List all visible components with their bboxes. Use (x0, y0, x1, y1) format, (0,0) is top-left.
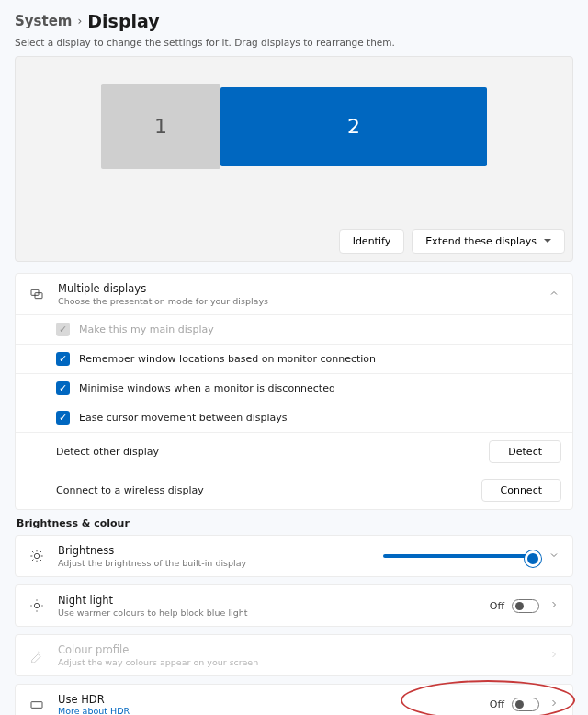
page-subtitle: Select a display to change the settings … (15, 37, 573, 48)
svg-point-2 (34, 553, 39, 558)
colour-profile-icon (27, 648, 47, 663)
night-light-title: Night light (58, 594, 479, 607)
night-light-desc: Use warmer colours to help block blue li… (58, 607, 479, 618)
hdr-title: Use HDR (58, 693, 479, 706)
detect-display-label: Detect other display (56, 446, 159, 458)
monitor-2[interactable]: 2 (220, 87, 487, 166)
night-light-more[interactable] (547, 599, 561, 613)
night-light-state: Off (490, 600, 504, 612)
svg-line-7 (32, 551, 33, 552)
remember-locations-label: Remember window locations based on monit… (79, 353, 376, 365)
brightness-title: Brightness (58, 544, 372, 557)
wireless-display-label: Connect to a wireless display (56, 484, 204, 496)
page-title: Display (87, 11, 159, 31)
multiple-displays-title: Multiple displays (58, 282, 536, 295)
minimise-windows-row[interactable]: Minimise windows when a monitor is disco… (16, 373, 572, 403)
night-light-toggle[interactable] (512, 599, 539, 613)
minimise-windows-label: Minimise windows when a monitor is disco… (79, 382, 335, 394)
connect-button[interactable]: Connect (481, 479, 561, 502)
breadcrumb: System › Display (15, 11, 573, 31)
ease-cursor-row[interactable]: Ease cursor movement between displays (16, 403, 572, 432)
ease-cursor-label: Ease cursor movement between displays (79, 412, 288, 424)
sun-icon (27, 549, 47, 563)
hdr-icon (27, 698, 47, 712)
identify-button[interactable]: Identify (339, 229, 405, 254)
make-main-display-row: Make this my main display (16, 315, 572, 344)
minimise-windows-checkbox[interactable] (56, 381, 70, 395)
brightness-expand[interactable] (547, 550, 561, 563)
make-main-display-label: Make this my main display (79, 323, 214, 335)
svg-line-10 (40, 551, 41, 552)
chevron-right-icon: › (77, 15, 82, 28)
remember-locations-row[interactable]: Remember window locations based on monit… (16, 344, 572, 373)
monitor-1[interactable]: 1 (101, 84, 220, 169)
colour-profile-title: Colour profile (58, 643, 536, 656)
brightness-slider[interactable] (383, 554, 539, 558)
wireless-display-row: Connect to a wireless display Connect (16, 471, 572, 509)
hdr-state: Off (490, 698, 504, 710)
colour-profile-more (547, 649, 561, 663)
hdr-toggle[interactable] (512, 698, 539, 711)
svg-line-9 (32, 560, 33, 561)
projection-mode-dropdown[interactable]: Extend these displays (412, 229, 565, 254)
night-light-icon (27, 598, 47, 613)
multiple-displays-desc: Choose the presentation mode for your di… (58, 296, 536, 306)
colour-profile-card: Colour profile Adjust the way colours ap… (15, 634, 573, 676)
multiple-displays-card: Multiple displays Choose the presentatio… (15, 273, 573, 510)
remember-locations-checkbox[interactable] (56, 352, 70, 366)
section-brightness-colour: Brightness & colour (17, 517, 573, 529)
multiple-displays-icon (27, 287, 47, 301)
colour-profile-desc: Adjust the way colours appear on your sc… (58, 657, 536, 667)
hdr-more[interactable] (547, 698, 561, 711)
svg-rect-12 (31, 701, 42, 708)
night-light-card: Night light Use warmer colours to help b… (15, 584, 573, 627)
svg-line-8 (40, 560, 41, 561)
hdr-card: Use HDR More about HDR Off (15, 684, 573, 715)
breadcrumb-parent[interactable]: System (15, 13, 72, 29)
detect-button[interactable]: Detect (489, 440, 561, 463)
make-main-display-checkbox (56, 323, 70, 336)
svg-point-11 (34, 603, 39, 607)
multiple-displays-collapse[interactable] (547, 288, 561, 301)
display-arrangement-panel: 1 2 Identify Extend these displays (15, 56, 573, 262)
hdr-more-link[interactable]: More about HDR (58, 706, 479, 715)
monitor-canvas[interactable]: 1 2 (23, 64, 565, 188)
detect-display-row: Detect other display Detect (16, 432, 572, 471)
ease-cursor-checkbox[interactable] (56, 411, 70, 425)
brightness-card: Brightness Adjust the brightness of the … (15, 535, 573, 577)
brightness-desc: Adjust the brightness of the built-in di… (58, 558, 372, 568)
